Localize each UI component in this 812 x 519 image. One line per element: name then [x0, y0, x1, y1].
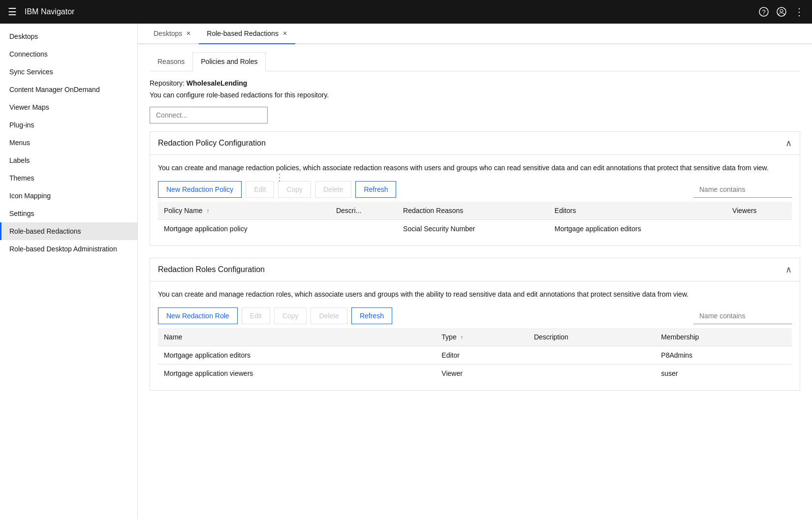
role-desc-cell [528, 346, 655, 365]
policy-col-reasons-label: Redaction Reasons [403, 207, 463, 214]
policy-table: Policy Name ↑ Descri... Redaction Reason… [158, 202, 792, 238]
policy-col-reasons: Redaction Reasons [397, 202, 549, 220]
new-redaction-role-button[interactable]: New Redaction Role [158, 307, 238, 324]
policy-col-editors: Editors [549, 202, 726, 220]
sidebar-item-viewer-maps[interactable]: Viewer Maps [0, 98, 137, 116]
sidebar-item-connections[interactable]: Connections [0, 45, 137, 63]
edit-role-button[interactable]: Edit [242, 307, 270, 324]
sidebar-item-content-manager[interactable]: Content Manager OnDemand [0, 81, 137, 98]
role-col-membership: Membership [655, 328, 792, 346]
policy-col-viewers-label: Viewers [732, 207, 757, 214]
roles-section: Redaction Roles Configuration ∧ You can … [150, 258, 800, 391]
sidebar-item-settings[interactable]: Settings [0, 205, 137, 222]
roles-section-collapse-icon[interactable]: ∧ [785, 264, 792, 275]
sidebar-item-sync-services[interactable]: Sync Services [0, 63, 137, 81]
policy-name-filter[interactable] [693, 182, 792, 198]
table-row[interactable]: Mortgage application editors Editor P8Ad… [158, 346, 792, 365]
policy-section-description: You can create and manage redaction poli… [158, 163, 792, 173]
roles-table: Name Type ↑ Description Me [158, 328, 792, 382]
role-membership-cell: P8Admins [655, 346, 792, 365]
policy-reasons-cell: Social Security Number [397, 220, 549, 238]
role-name-filter[interactable] [693, 308, 792, 324]
copy-policy-button[interactable]: Copy [278, 181, 311, 198]
connect-input[interactable] [150, 107, 268, 123]
sub-tab-policies-roles[interactable]: Policies and Roles [192, 52, 266, 71]
policy-name-cell: Mortgage application policy [158, 220, 330, 238]
role-col-name-label: Name [164, 333, 182, 341]
role-col-description-label: Description [534, 333, 568, 341]
role-col-name: Name [158, 328, 436, 346]
policy-section-title: Redaction Policy Configuration [158, 139, 266, 148]
sub-tab-reasons-label: Reasons [157, 58, 185, 65]
sidebar-item-icon-mapping[interactable]: Icon Mapping [0, 187, 137, 205]
roles-section-description: You can create and manage redaction role… [158, 289, 792, 300]
sidebar-item-plug-ins[interactable]: Plug-ins [0, 116, 137, 134]
role-type-cell: Editor [436, 346, 528, 365]
role-name-cell: Mortgage application editors [158, 346, 436, 365]
table-row[interactable]: Mortgage application viewers Viewer suse… [158, 365, 792, 383]
tab-role-based-redactions-close[interactable]: ✕ [282, 30, 287, 37]
role-col-type-label: Type [441, 333, 456, 341]
page-description: You can configure role-based redactions … [150, 91, 800, 99]
tab-role-based-redactions-label: Role-based Redactions [207, 30, 279, 37]
policy-col-description-label: Descri... [336, 207, 361, 214]
role-col-membership-label: Membership [661, 333, 699, 341]
resize-handle[interactable]: ⋮ [275, 171, 284, 183]
repository-info: Repository: WholesaleLending [150, 79, 800, 87]
policy-toolbar: New Redaction Policy Edit Copy Delete Re… [158, 181, 792, 198]
sidebar-item-menus[interactable]: Menus [0, 134, 137, 152]
sidebar: Desktops Connections Sync Services Conte… [0, 24, 138, 519]
sidebar-item-role-based-desktop[interactable]: Role-based Desktop Administration [0, 240, 137, 258]
policy-desc-cell [330, 220, 397, 238]
tab-role-based-redactions[interactable]: Role-based Redactions ✕ [199, 24, 295, 44]
user-icon[interactable] [777, 7, 786, 17]
tab-bar: Desktops ✕ Role-based Redactions ✕ [138, 24, 812, 44]
repository-name: WholesaleLending [187, 79, 248, 87]
delete-policy-button[interactable]: Delete [315, 181, 351, 198]
role-col-description: Description [528, 328, 655, 346]
delete-role-button[interactable]: Delete [311, 307, 347, 324]
tab-desktops-close[interactable]: ✕ [186, 30, 191, 37]
role-membership-cell: suser [655, 365, 792, 383]
sidebar-item-desktops[interactable]: Desktops [0, 28, 137, 45]
policy-col-editors-label: Editors [555, 207, 576, 214]
tab-desktops[interactable]: Desktops ✕ [146, 24, 199, 44]
role-desc-cell [528, 365, 655, 383]
policy-col-name[interactable]: Policy Name ↑ [158, 202, 330, 220]
roles-toolbar: New Redaction Role Edit Copy Delete Refr… [158, 307, 792, 324]
sub-tab-bar: Reasons Policies and Roles [150, 52, 800, 71]
sub-tab-policies-roles-label: Policies and Roles [201, 58, 257, 65]
role-col-type-sort-icon: ↑ [461, 334, 464, 341]
menu-icon[interactable]: ☰ [8, 6, 17, 18]
policy-section: Redaction Policy Configuration ∧ You can… [150, 131, 800, 246]
more-options-icon[interactable]: ⋮ [794, 7, 804, 17]
svg-point-3 [780, 9, 783, 12]
top-navigation: ☰ IBM Navigator ? ⋮ [0, 0, 812, 24]
refresh-role-button[interactable]: Refresh [351, 307, 392, 324]
sidebar-item-labels[interactable]: Labels [0, 152, 137, 169]
policy-col-viewers: Viewers [726, 202, 792, 220]
sidebar-item-role-based-redactions[interactable]: Role-based Redactions [0, 222, 137, 240]
repository-label: Repository: [150, 79, 185, 87]
roles-section-title: Redaction Roles Configuration [158, 265, 265, 274]
policy-editors-cell: Mortgage application editors [549, 220, 726, 238]
help-icon[interactable]: ? [759, 7, 769, 17]
page-content: Reasons Policies and Roles Repository: W… [138, 44, 812, 519]
sidebar-item-themes[interactable]: Themes [0, 169, 137, 187]
copy-role-button[interactable]: Copy [274, 307, 307, 324]
role-col-type[interactable]: Type ↑ [436, 328, 528, 346]
new-redaction-policy-button[interactable]: New Redaction Policy [158, 181, 242, 198]
policy-section-header: Redaction Policy Configuration ∧ [150, 132, 800, 155]
sub-tab-reasons[interactable]: Reasons [150, 53, 192, 71]
table-row[interactable]: Mortgage application policy Social Secur… [158, 220, 792, 238]
roles-section-header: Redaction Roles Configuration ∧ [150, 258, 800, 281]
app-title: IBM Navigator [25, 7, 759, 16]
role-type-cell: Viewer [436, 365, 528, 383]
tab-desktops-label: Desktops [154, 30, 182, 37]
svg-text:?: ? [762, 8, 765, 16]
policy-viewers-cell [726, 220, 792, 238]
refresh-policy-button[interactable]: Refresh [355, 181, 396, 198]
policy-section-collapse-icon[interactable]: ∧ [785, 138, 792, 149]
edit-policy-button[interactable]: Edit [246, 181, 274, 198]
policy-col-description: Descri... [330, 202, 397, 220]
